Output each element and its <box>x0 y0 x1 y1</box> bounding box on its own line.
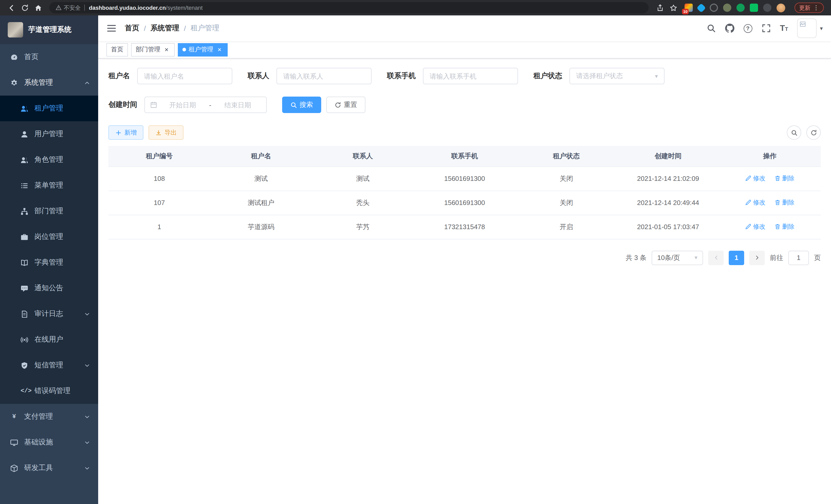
next-page-button[interactable] <box>749 250 765 265</box>
monitor-icon <box>10 439 18 446</box>
refresh-table-button[interactable] <box>806 125 821 140</box>
browser-back-button[interactable] <box>5 2 18 14</box>
user-menu[interactable]: ▾ <box>797 19 823 38</box>
org-tree-icon <box>21 207 28 215</box>
sidebar-item-infrastructure[interactable]: 基础设施 <box>0 429 98 455</box>
sidebar-toggle-button[interactable] <box>106 23 117 33</box>
delete-link[interactable]: 删除 <box>774 223 795 231</box>
tenant-name-input[interactable] <box>144 72 226 80</box>
cell-phone: 17321315478 <box>414 215 515 239</box>
pagination: 共 3 条 10条/页 ▾ 1 前往 页 <box>109 250 821 265</box>
sidebar-item-audit-log[interactable]: 审计日志 <box>0 301 98 327</box>
date-range-picker[interactable]: - <box>144 97 267 113</box>
sidebar-item-sms[interactable]: 短信管理 <box>0 352 98 378</box>
sidebar-item-error-code[interactable]: </> 错误码管理 <box>0 378 98 404</box>
box-icon <box>10 464 18 472</box>
extension-icon-3[interactable] <box>710 4 718 12</box>
fullscreen-icon[interactable] <box>762 24 771 33</box>
goto-page-input[interactable] <box>789 250 809 265</box>
close-icon[interactable]: × <box>163 46 170 53</box>
prev-page-button[interactable] <box>708 250 724 265</box>
breadcrumb-item-system[interactable]: 系统管理 <box>150 24 179 33</box>
extensions-cluster: 10 <box>685 3 785 12</box>
date-end-input[interactable] <box>214 101 261 109</box>
delete-link[interactable]: 删除 <box>774 198 795 207</box>
sidebar-item-notice[interactable]: 通知公告 <box>0 275 98 301</box>
date-start-input[interactable] <box>159 101 206 109</box>
bookmark-star-button[interactable] <box>667 2 679 14</box>
edit-link[interactable]: 修改 <box>745 174 765 183</box>
sidebar-item-dept[interactable]: 部门管理 <box>0 198 98 224</box>
tenant-name-input-wrap <box>137 68 232 84</box>
page-number-1[interactable]: 1 <box>729 250 744 265</box>
add-button[interactable]: 新增 <box>109 125 143 140</box>
page-size-value: 10条/页 <box>657 253 680 262</box>
address-bar[interactable]: 不安全 dashboard.yudao.iocoder.cn/system/te… <box>49 2 649 13</box>
sidebar-item-post[interactable]: 岗位管理 <box>0 224 98 250</box>
delete-link[interactable]: 删除 <box>774 174 795 183</box>
column-header: 创建时间 <box>617 146 719 167</box>
page-size-select[interactable]: 10条/页 ▾ <box>652 250 703 265</box>
help-icon[interactable]: ? <box>743 24 752 33</box>
sidebar-item-home[interactable]: 首页 <box>0 44 98 70</box>
share-button[interactable] <box>654 2 666 14</box>
browser-reload-button[interactable] <box>19 2 31 14</box>
close-icon[interactable]: × <box>216 46 223 53</box>
tab-home[interactable]: 首页 <box>106 43 128 56</box>
toggle-search-button[interactable] <box>787 125 801 140</box>
sidebar-item-online-user[interactable]: 在线用户 <box>0 327 98 352</box>
users-icon <box>21 105 28 112</box>
extension-icon-7[interactable] <box>763 4 771 12</box>
edit-link[interactable]: 修改 <box>745 223 765 231</box>
sidebar-item-tenant[interactable]: 租户管理 <box>0 95 98 121</box>
sidebar-item-devtools[interactable]: 研发工具 <box>0 455 98 481</box>
security-label[interactable]: 不安全 <box>64 4 81 11</box>
chevron-right-icon <box>754 255 760 261</box>
app-logo[interactable]: 芋道管理系统 <box>0 16 98 44</box>
filter-label: 联系手机 <box>387 71 416 81</box>
font-size-icon[interactable]: TT <box>780 24 788 32</box>
table-row: 1 芋道源码 芋艿 17321315478 开启 2021-01-05 17:0… <box>109 215 821 239</box>
cell-status: 关闭 <box>515 167 617 190</box>
tab-dept[interactable]: 部门管理 × <box>131 43 175 56</box>
tab-tenant[interactable]: 租户管理 × <box>178 43 228 56</box>
extension-icon-2[interactable] <box>697 3 706 12</box>
sidebar-item-user[interactable]: 用户管理 <box>0 121 98 147</box>
status-select[interactable]: 请选择租户状态 ▾ <box>569 68 664 84</box>
filter-form: 租户名 联系人 联系手机 <box>109 66 821 125</box>
browser-profile-avatar[interactable] <box>776 3 785 12</box>
sidebar-item-role[interactable]: 角色管理 <box>0 147 98 173</box>
browser-update-button[interactable]: 更新 ⋮ <box>795 3 824 13</box>
browser-menu-icon[interactable]: ⋮ <box>813 4 819 11</box>
sidebar-item-system[interactable]: 系统管理 <box>0 70 98 95</box>
phone-input[interactable] <box>430 72 511 80</box>
edit-link[interactable]: 修改 <box>745 198 765 207</box>
github-icon[interactable] <box>725 24 734 33</box>
broadcast-icon <box>21 336 28 344</box>
contact-input[interactable] <box>283 72 365 80</box>
cell-phone: 15601691300 <box>414 167 515 190</box>
delete-label: 删除 <box>782 198 795 207</box>
cell-create-time: 2021-12-14 21:02:09 <box>617 167 719 190</box>
sidebar-item-dict[interactable]: 字典管理 <box>0 250 98 275</box>
search-button[interactable]: 搜索 <box>282 97 321 113</box>
extension-icon-1[interactable]: 10 <box>685 4 693 12</box>
sidebar-item-label: 首页 <box>24 52 38 62</box>
browser-home-button[interactable] <box>32 2 44 14</box>
extension-icon-5[interactable] <box>737 4 745 12</box>
search-icon[interactable] <box>706 24 716 33</box>
reset-button[interactable]: 重置 <box>326 97 365 113</box>
user-avatar[interactable] <box>797 19 817 38</box>
extension-icon-4[interactable] <box>723 4 731 12</box>
breadcrumb-item-home[interactable]: 首页 <box>125 24 139 33</box>
cell-status: 开启 <box>515 215 617 239</box>
breadcrumb-item-current: 租户管理 <box>191 24 220 33</box>
sidebar-item-menu[interactable]: 菜单管理 <box>0 173 98 198</box>
column-header: 操作 <box>719 146 821 167</box>
extension-icon-6[interactable] <box>750 4 758 12</box>
export-button[interactable]: 导出 <box>148 125 183 140</box>
filter-create-time: 创建时间 - <box>109 97 267 113</box>
sidebar-item-label: 字典管理 <box>34 258 63 267</box>
sidebar-item-payment[interactable]: ¥ 支付管理 <box>0 404 98 429</box>
column-header: 租户状态 <box>515 146 617 167</box>
